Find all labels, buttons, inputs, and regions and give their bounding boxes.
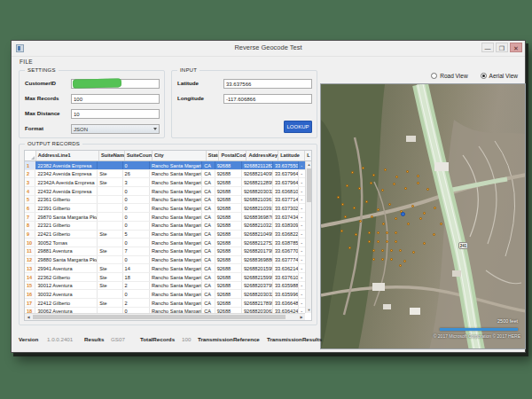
maximize-button[interactable]: ❐ — [496, 43, 508, 52]
scroll-left-icon[interactable]: ◀ — [25, 314, 32, 321]
table-row[interactable]: 422432 Avenida Empresa0Rancho Santa Marg… — [25, 187, 305, 196]
horizontal-scroll-thumb[interactable] — [33, 315, 286, 319]
cell: CA — [202, 299, 215, 307]
table-row[interactable]: 322342A Avenida EmpresaSte3Rancho Santa … — [25, 178, 305, 187]
column-header[interactable] — [25, 151, 36, 160]
column-header[interactable]: City — [153, 151, 207, 160]
table-row[interactable]: 822321 Gilberto0Rancho Santa MargaritaCA… — [25, 222, 305, 231]
table-row[interactable]: 1722412 GilbertoSte2Rancho Santa Margari… — [25, 299, 305, 308]
scroll-up-icon[interactable]: ▲ — [306, 161, 312, 168]
table-row[interactable]: 1329941 AventuraSte14Rancho Santa Margar… — [25, 264, 305, 273]
aerial-view-radio[interactable]: Aerial View — [481, 73, 518, 79]
latitude-input[interactable] — [223, 79, 312, 89]
scroll-down-icon[interactable]: ▼ — [306, 307, 312, 313]
cell: 92688211282 — [242, 161, 273, 169]
column-header[interactable]: L — [305, 151, 311, 160]
row-number: 14 — [25, 273, 35, 281]
lookup-button[interactable]: LOOKUP — [284, 121, 312, 133]
row-number: 16 — [25, 290, 35, 298]
cell: 92688 — [215, 178, 242, 186]
table-row[interactable]: 1530012 AventuraSte2Rancho Santa Margari… — [25, 282, 305, 291]
table-row[interactable]: 1229880 Santa Margarita Pkwy0Rancho Sant… — [25, 256, 305, 265]
map-aerial-view[interactable]: 241 2500 feet © 2017 Microsoft Corporati… — [320, 83, 526, 349]
row-number: 3 — [25, 178, 35, 186]
column-header[interactable]: SuiteCount — [125, 151, 153, 160]
vertical-scrollbar[interactable]: ▲ ▼ — [305, 161, 311, 313]
close-button[interactable]: ✕ — [510, 43, 522, 52]
cell — [98, 222, 122, 230]
longitude-label: Longitude — [177, 95, 204, 101]
row-number: 17 — [25, 299, 35, 307]
column-header[interactable]: AddressLine1 — [36, 151, 99, 160]
cell: 29881 Aventura — [35, 247, 98, 255]
cell: Rancho Santa Margarita — [150, 264, 202, 272]
max-distance-input[interactable] — [71, 109, 160, 119]
table-row[interactable]: 1630032 Aventura0Rancho Santa MargaritaC… — [25, 290, 305, 299]
cell: 30052 Tomas — [35, 239, 98, 246]
column-header[interactable]: PostalCode — [219, 151, 246, 160]
cell: - — [299, 282, 305, 290]
max-records-input[interactable] — [71, 94, 160, 104]
longitude-input[interactable] — [223, 94, 312, 104]
select-all-icon[interactable] — [31, 156, 35, 160]
cell: 33.636214 — [273, 264, 299, 272]
column-header[interactable]: State — [207, 151, 220, 160]
format-dropdown[interactable]: JSON — [71, 124, 160, 134]
menu-bar: FILE — [12, 58, 525, 68]
results-value: GS07 — [111, 336, 125, 342]
cell: 92688203799 — [242, 282, 273, 290]
table-row[interactable]: 622391 Gilberto0Rancho Santa MargaritaCA… — [25, 204, 305, 213]
column-header[interactable]: Latitude — [278, 151, 305, 160]
cell: 92688212752 — [242, 239, 273, 246]
cell: 0 — [123, 196, 150, 204]
table-row[interactable]: 122382 Avenida Empresa0Rancho Santa Marg… — [25, 161, 305, 170]
title-bar[interactable]: Reverse Geocode Test — ❐ ✕ — [12, 41, 525, 57]
window-title: Reverse Geocode Test — [12, 43, 525, 51]
records-table-header[interactable]: AddressLine1SuiteNameSuiteCountCityState… — [25, 151, 311, 161]
cell: CA — [202, 247, 215, 255]
menu-file[interactable]: FILE — [20, 59, 33, 65]
cell: Ste — [98, 282, 122, 290]
cell: - — [299, 161, 305, 169]
road-view-radio[interactable]: Road View — [431, 73, 467, 79]
cell: 18 — [123, 273, 150, 281]
table-row[interactable]: 1030052 Tomas0Rancho Santa MargaritaCA92… — [25, 239, 305, 247]
horizontal-scrollbar[interactable]: ◀ ▶ — [25, 313, 305, 320]
table-row[interactable]: 1129881 AventuraSte7Rancho Santa Margari… — [25, 247, 305, 256]
cell: 33.637714 — [273, 196, 299, 204]
cell: Ste — [98, 247, 122, 255]
column-header[interactable]: AddressKey — [246, 151, 278, 160]
table-row[interactable]: 729870 Santa Margarita Pkwy0Rancho Santa… — [25, 213, 305, 222]
settings-legend: SETTINGS — [25, 67, 59, 73]
column-header[interactable]: SuiteName — [99, 151, 125, 160]
cell: 33.637610 — [273, 273, 299, 281]
cell: 92688210391 — [242, 204, 273, 212]
vertical-scroll-thumb[interactable] — [307, 168, 311, 202]
radio-icon — [431, 73, 437, 79]
cell: 26 — [123, 170, 150, 178]
table-row[interactable]: 922421 GilbertoSte5Rancho Santa Margarit… — [25, 231, 305, 239]
table-row[interactable]: 222342 Avenida EmpresaSte26Rancho Santa … — [25, 170, 305, 179]
version-label: Version — [19, 336, 38, 342]
cell: 33.637302 — [273, 204, 299, 212]
cell: Rancho Santa Margarita — [150, 239, 202, 246]
minimize-button[interactable]: — — [481, 43, 494, 52]
cell: Rancho Santa Margarita — [150, 282, 202, 290]
cell: 33.635988 — [273, 282, 299, 290]
cell: CA — [202, 213, 215, 221]
cell: 33.635996 — [273, 290, 299, 298]
cell: 22412 Gilberto — [35, 299, 98, 307]
cell: Ste — [98, 231, 122, 239]
cell: 33.637550 — [273, 161, 299, 169]
cell: - — [299, 213, 305, 221]
cell: - — [299, 204, 305, 212]
table-row[interactable]: 522361 Gilberto0Rancho Santa MargaritaCA… — [25, 196, 305, 205]
cell: Rancho Santa Margarita — [150, 178, 202, 186]
cell: 33.637964 — [273, 170, 299, 178]
cell: 92688210321 — [242, 222, 273, 230]
transmissionresults-label: TransmissionResults — [267, 336, 322, 342]
cell: 0 — [123, 213, 150, 221]
table-row[interactable]: 1422362 GilbertoSte18Rancho Santa Margar… — [25, 273, 305, 282]
latitude-label: Latitude — [177, 80, 199, 86]
scroll-right-icon[interactable]: ▶ — [298, 314, 305, 321]
